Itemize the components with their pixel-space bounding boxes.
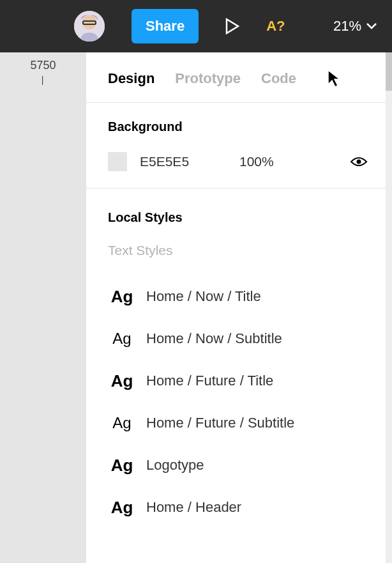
svg-point-1 <box>82 15 96 29</box>
panel-tabs: Design Prototype Code <box>86 52 389 103</box>
background-swatch[interactable] <box>108 152 127 171</box>
local-styles-section: Local Styles Text Styles Ag Home / Now /… <box>86 189 389 528</box>
scrollbar[interactable] <box>386 52 392 563</box>
visibility-toggle-icon[interactable] <box>350 156 368 167</box>
canvas-ruler: 5750 | <box>0 52 86 85</box>
zoom-value: 21% <box>333 18 361 35</box>
local-styles-title: Local Styles <box>108 210 368 225</box>
background-hex[interactable]: E5E5E5 <box>140 154 210 169</box>
ruler-tick: | <box>0 75 86 85</box>
properties-panel: Design Prototype Code Background E5E5E5 … <box>86 52 389 563</box>
text-style-item[interactable]: Ag Home / Now / Title <box>108 276 368 317</box>
text-style-item[interactable]: Ag Home / Now / Subtitle <box>108 318 368 359</box>
share-button[interactable]: Share <box>132 9 199 43</box>
zoom-control[interactable]: 21% <box>333 18 377 35</box>
style-name: Home / Header <box>146 499 241 516</box>
text-style-item[interactable]: Ag Home / Future / Subtitle <box>108 403 368 443</box>
tab-prototype[interactable]: Prototype <box>175 70 241 87</box>
chevron-down-icon <box>366 23 377 29</box>
background-section: Background E5E5E5 100% <box>86 103 389 188</box>
tab-design[interactable]: Design <box>108 70 155 87</box>
text-style-list: Ag Home / Now / Title Ag Home / Now / Su… <box>108 276 368 528</box>
style-name: Home / Now / Subtitle <box>146 330 282 347</box>
style-preview-icon: Ag <box>109 414 135 432</box>
style-name: Home / Future / Subtitle <box>146 415 294 431</box>
avatar[interactable] <box>74 11 105 42</box>
present-icon[interactable] <box>225 18 239 35</box>
style-name: Home / Future / Title <box>146 373 273 389</box>
text-style-item[interactable]: Ag Home / Header <box>108 487 368 528</box>
missing-fonts-button[interactable]: A? <box>266 18 285 35</box>
background-opacity[interactable]: 100% <box>239 154 274 169</box>
tab-code[interactable]: Code <box>261 70 296 87</box>
style-name: Home / Now / Title <box>146 288 261 305</box>
style-preview-icon: Ag <box>109 498 135 518</box>
text-style-item[interactable]: Ag Logotype <box>108 445 368 486</box>
svg-point-4 <box>357 160 361 164</box>
ruler-value: 5750 <box>0 59 86 72</box>
style-preview-icon: Ag <box>109 456 135 475</box>
style-name: Logotype <box>146 457 204 474</box>
background-title: Background <box>108 120 368 134</box>
style-preview-icon: Ag <box>109 287 135 307</box>
background-row[interactable]: E5E5E5 100% <box>108 152 368 171</box>
text-style-item[interactable]: Ag Home / Future / Title <box>108 360 368 401</box>
style-preview-icon: Ag <box>109 371 135 391</box>
topbar: Share A? 21% <box>0 0 392 52</box>
scrollbar-thumb[interactable] <box>386 52 392 91</box>
style-preview-icon: Ag <box>109 330 135 348</box>
text-styles-subheader: Text Styles <box>108 243 368 258</box>
